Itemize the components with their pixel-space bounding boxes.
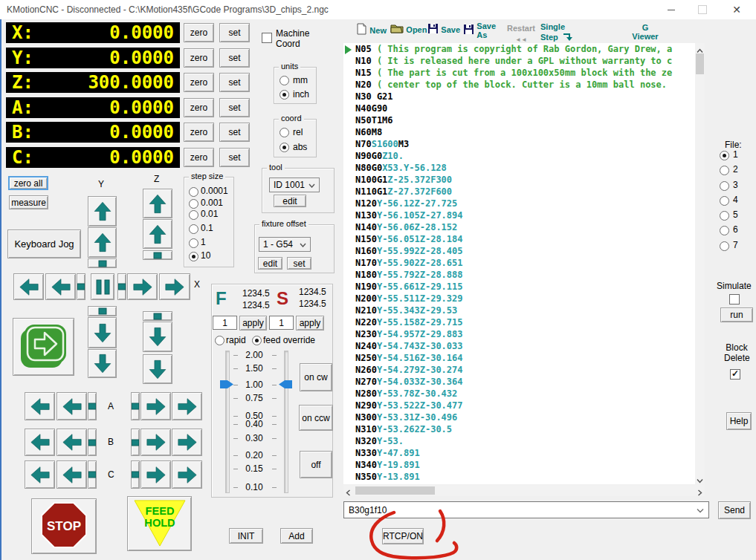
step-size-radio-1[interactable] [189,238,198,248]
zero-y-button[interactable]: zero [184,48,214,68]
jog-a-left-fast[interactable] [25,392,55,420]
step-size-radio-10[interactable] [189,252,198,261]
gcode-vscrollbar[interactable] [695,43,705,484]
jog-x-left[interactable] [45,273,76,300]
jog-y-up-fast[interactable] [88,196,117,227]
gcode-editor[interactable]: N05 ( This program is copyright of Rab G… [343,43,695,484]
spindle-apply-button[interactable]: apply [296,316,324,331]
send-button[interactable]: Send [718,501,751,519]
set-z-button[interactable]: set [219,73,250,92]
spindle-input[interactable] [269,316,294,330]
block-delete-checkbox[interactable] [730,369,740,380]
step-size-radio-0.1[interactable] [189,224,198,234]
jog-b-right[interactable] [140,429,171,456]
jog-x-step-left[interactable] [77,273,85,300]
hscroll-thumb[interactable] [355,486,435,495]
jog-c-left[interactable] [56,460,87,489]
spindle-override-slider[interactable] [284,351,288,493]
feedrate-input[interactable] [213,316,237,330]
feed-hold-button[interactable]: FEED HOLD [127,496,192,551]
jog-a-left[interactable] [56,392,87,420]
units-inch-radio[interactable] [280,90,289,100]
set-y-button[interactable]: set [219,48,250,68]
file-radio-1[interactable] [720,151,729,160]
file-radio-3[interactable] [720,181,729,191]
chevron-down-icon[interactable] [697,505,704,515]
simulate-checkbox[interactable] [729,294,740,305]
jog-b-step-right[interactable] [131,429,140,456]
step-size-radio-0.01[interactable] [189,210,198,220]
feedrate-apply-button[interactable]: apply [239,316,267,331]
fixture-edit-button[interactable]: edit [258,257,282,270]
single-step-button[interactable]: SingleStep [540,22,565,42]
tool-edit-button[interactable]: edit [274,195,306,207]
jog-b-step-left[interactable] [88,429,97,456]
fixture-offset-select[interactable]: 1 - G54 [259,237,311,252]
zero-z-button[interactable]: zero [184,73,214,92]
jog-c-right-fast[interactable] [172,460,202,489]
jog-a-step-left[interactable] [88,392,97,420]
jog-x-left-fast[interactable] [13,273,44,300]
close-button[interactable]: ✕ [730,3,743,16]
jog-y-down[interactable] [88,317,117,348]
jog-b-left-fast[interactable] [25,429,55,456]
jog-x-right-fast[interactable] [159,273,190,300]
tool-select[interactable]: ID 1001 [269,178,320,192]
command-combobox[interactable]: B30g1f10 [343,501,709,518]
machine-coord-checkbox[interactable] [262,33,272,43]
maximize-button[interactable] [696,3,709,16]
jog-c-step-right[interactable] [131,460,140,489]
step-size-radio-0.001[interactable] [189,199,198,209]
jog-z-step-up[interactable] [143,250,172,260]
spindle-off-button[interactable]: off [300,451,332,478]
minimize-button[interactable] [665,3,678,16]
units-mm-radio[interactable] [280,76,289,85]
jog-x-step-right[interactable] [117,273,126,300]
gcode-hscrollbar[interactable] [343,485,705,496]
keyboard-jog-button[interactable]: Keyboard Jog [7,229,81,258]
jog-a-right[interactable] [140,392,171,420]
jog-x-right[interactable] [127,273,158,300]
jog-a-step-right[interactable] [131,392,140,420]
jog-pause-button[interactable] [91,273,114,300]
jog-y-step-down[interactable] [88,306,117,316]
jog-y-step-up[interactable] [88,258,117,268]
jog-c-left-fast[interactable] [25,460,55,489]
coord-abs-radio[interactable] [280,143,289,152]
scroll-down-icon[interactable] [697,475,703,486]
coord-rel-radio[interactable] [280,128,289,137]
run-button[interactable]: run [720,307,753,322]
scroll-left-icon[interactable] [346,488,351,498]
restart-button[interactable]: Restart ◄◄ [507,23,535,45]
zero-a-button[interactable]: zero [184,98,214,117]
file-radio-5[interactable] [720,211,729,221]
save-as-button[interactable]: SaveAs [463,22,496,39]
set-b-button[interactable]: set [219,123,250,142]
feed-override-radio[interactable] [252,336,262,345]
jog-z-up[interactable] [143,219,172,249]
jog-y-down-fast[interactable] [88,349,117,378]
zero-x-button[interactable]: zero [184,23,214,42]
jog-a-right-fast[interactable] [172,392,202,420]
jog-y-up[interactable] [88,227,117,258]
fixture-set-button[interactable]: set [287,257,311,270]
save-button[interactable]: Save [427,23,460,36]
rtcp-on-button[interactable]: RTCP/ON [382,528,424,544]
zero-all-button[interactable]: zero all [8,176,48,190]
zero-b-button[interactable]: zero [184,123,214,142]
stop-button[interactable]: STOP [31,498,97,554]
add-button[interactable]: Add [280,528,313,544]
file-radio-2[interactable] [720,166,729,175]
spindle-on-cw-button[interactable]: on cw [300,363,332,391]
cycle-start-button[interactable] [13,318,74,376]
set-a-button[interactable]: set [219,98,250,117]
open-button[interactable]: Open [390,23,427,36]
jog-z-up-fast[interactable] [143,189,172,218]
file-radio-7[interactable] [720,241,729,251]
rapid-radio[interactable] [215,336,224,345]
vscroll-thumb[interactable] [696,53,704,74]
jog-b-left[interactable] [56,429,87,456]
zero-c-button[interactable]: zero [184,148,214,167]
feed-override-slider[interactable] [225,351,230,493]
measure-button[interactable]: measure [9,195,48,209]
